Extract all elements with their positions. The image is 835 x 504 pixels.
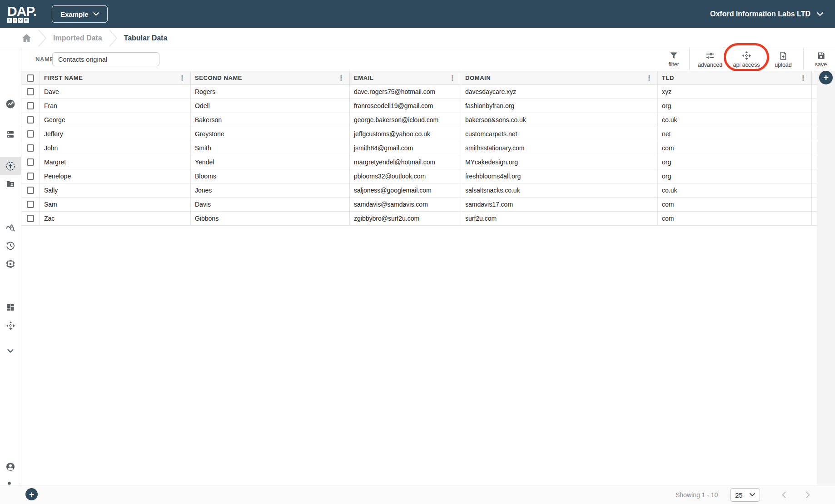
dataset-name-input[interactable] — [52, 52, 159, 66]
sidebar-expand-more[interactable] — [0, 342, 21, 360]
column-menu-icon[interactable]: ⋮ — [797, 74, 810, 82]
cell-domain: customcarpets.net — [461, 127, 658, 141]
column-header-label: EMAIL — [354, 74, 373, 81]
workspace-selector-button[interactable]: Example — [52, 5, 108, 23]
previous-page-button[interactable] — [779, 489, 790, 502]
account-circle-icon — [5, 462, 15, 472]
column-menu-icon[interactable]: ⋮ — [446, 74, 459, 82]
table-row: Jeffery Greystone jeffgcustoms@yahoo.co.… — [21, 127, 817, 141]
cell-tld: co.uk — [658, 183, 812, 197]
sidebar-item-history[interactable] — [0, 237, 21, 255]
page-size-select[interactable]: 25 — [730, 488, 760, 502]
column-menu-icon[interactable]: ⋮ — [335, 74, 348, 82]
dns-icon — [6, 130, 15, 139]
chevron-down-icon — [6, 346, 15, 356]
app-window: DAP. L I V E Example Oxford Information … — [0, 0, 835, 504]
column-header-domain[interactable]: DOMAIN⋮ — [461, 71, 658, 84]
column-menu-icon[interactable]: ⋮ — [176, 74, 189, 82]
cell-first-name: Jeffery — [40, 127, 191, 141]
row-spacer — [812, 183, 817, 197]
cell-domain: surf2u.com — [461, 212, 658, 225]
chevron-down-icon — [750, 493, 755, 497]
history-icon — [5, 241, 15, 251]
sidebar-item-account[interactable] — [0, 458, 21, 476]
row-checkbox[interactable] — [27, 201, 34, 208]
move-arrows-icon — [6, 321, 15, 331]
name-label: NAME — [35, 56, 54, 63]
account-menu[interactable]: Oxford Information Labs LTD — [710, 10, 823, 18]
cell-tld: com — [658, 198, 812, 211]
sidebar-item-processor[interactable] — [0, 255, 21, 273]
breadcrumb-item-imported-data[interactable]: Imported Data — [53, 34, 102, 42]
cell-domain: samdavis17.com — [461, 198, 658, 211]
cell-domain: MYcakedesign.org — [461, 155, 658, 169]
home-breadcrumb-button[interactable] — [22, 34, 31, 42]
table-row: John Smith jsmith84@gmail.com smithsstat… — [21, 141, 817, 155]
row-checkbox[interactable] — [27, 130, 34, 138]
breadcrumb: Imported Data Tabular Data — [0, 28, 835, 48]
row-checkbox[interactable] — [27, 187, 34, 194]
save-button[interactable]: save — [805, 49, 835, 70]
api-access-button[interactable]: api access — [730, 49, 763, 70]
sidebar-item-dashboard[interactable] — [0, 298, 21, 316]
column-header-email[interactable]: EMAIL⋮ — [350, 71, 461, 84]
breadcrumb-item-tabular-data[interactable]: Tabular Data — [124, 34, 168, 42]
table-row: Sam Davis samdavis@samdavis.com samdavis… — [21, 198, 817, 212]
dashboard-icon — [6, 303, 15, 312]
filter-button[interactable]: filter — [657, 49, 690, 70]
sidebar — [0, 48, 21, 485]
row-checkbox[interactable] — [27, 158, 34, 166]
column-header-tld[interactable]: TLD⋮ — [658, 71, 812, 84]
folder-shared-icon — [6, 179, 15, 188]
sidebar-item-import-upload-selected[interactable] — [0, 157, 21, 175]
row-checkbox[interactable] — [27, 88, 34, 95]
cell-email: pblooms32@outlook.com — [350, 169, 461, 183]
sidebar-item-insights[interactable] — [0, 95, 21, 113]
chevron-down-icon — [817, 12, 823, 16]
row-checkbox[interactable] — [27, 116, 34, 124]
column-header-label: TLD — [662, 74, 674, 81]
cell-second-name: Smith — [191, 141, 350, 155]
top-bar: DAP. L I V E Example Oxford Information … — [0, 0, 835, 28]
add-column-button[interactable]: + — [819, 71, 833, 84]
logo-live-letter: L — [7, 18, 12, 23]
upload-button-label: upload — [775, 62, 792, 68]
table-row: Penelope Blooms pblooms32@outlook.com fr… — [21, 169, 817, 183]
cell-first-name: Fran — [40, 99, 191, 113]
cell-first-name: John — [40, 141, 191, 155]
cell-email: jeffgcustoms@yahoo.co.uk — [350, 127, 461, 141]
filter-button-label: filter — [668, 61, 679, 68]
footer-bar: + Showing 1 - 10 25 — [0, 485, 835, 504]
sidebar-item-shared-folder[interactable] — [0, 175, 21, 193]
upload-button[interactable]: upload — [767, 49, 800, 70]
sidebar-item-query-stats[interactable] — [0, 218, 21, 237]
select-all-checkbox[interactable] — [27, 74, 34, 82]
row-checkbox[interactable] — [27, 102, 34, 109]
column-header-second-name[interactable]: SECOND NAME⋮ — [191, 71, 350, 84]
api-access-icon — [742, 51, 751, 60]
row-spacer — [812, 155, 817, 169]
add-row-button[interactable]: + — [25, 488, 38, 500]
sidebar-item-move[interactable] — [0, 316, 21, 335]
cell-second-name: Yendel — [191, 155, 350, 169]
data-table: FIRST NAME⋮ SECOND NAME⋮ EMAIL⋮ DOMAIN⋮ … — [21, 71, 817, 226]
cell-domain: davesdaycare.xyz — [461, 85, 658, 99]
cell-second-name: Greystone — [191, 127, 350, 141]
dataset-toolbar: NAME filter advanced api access — [21, 48, 835, 71]
row-checkbox[interactable] — [27, 144, 34, 152]
save-icon — [817, 51, 825, 60]
sidebar-item-datasets[interactable] — [0, 125, 21, 143]
next-page-button[interactable] — [802, 489, 813, 502]
advanced-button[interactable]: advanced — [694, 49, 726, 70]
logo-live-letter: V — [18, 18, 23, 23]
column-menu-icon[interactable]: ⋮ — [643, 74, 656, 82]
column-header-first-name[interactable]: FIRST NAME⋮ — [40, 71, 191, 84]
cell-email: george.bakerson@icloud.com — [350, 113, 461, 127]
cell-second-name: Davis — [191, 198, 350, 211]
row-checkbox[interactable] — [27, 215, 34, 222]
column-header-label: FIRST NAME — [44, 74, 83, 81]
cell-first-name: George — [40, 113, 191, 127]
row-spacer — [812, 99, 817, 113]
cell-domain: smithsstationary.com — [461, 141, 658, 155]
row-checkbox[interactable] — [27, 173, 34, 180]
